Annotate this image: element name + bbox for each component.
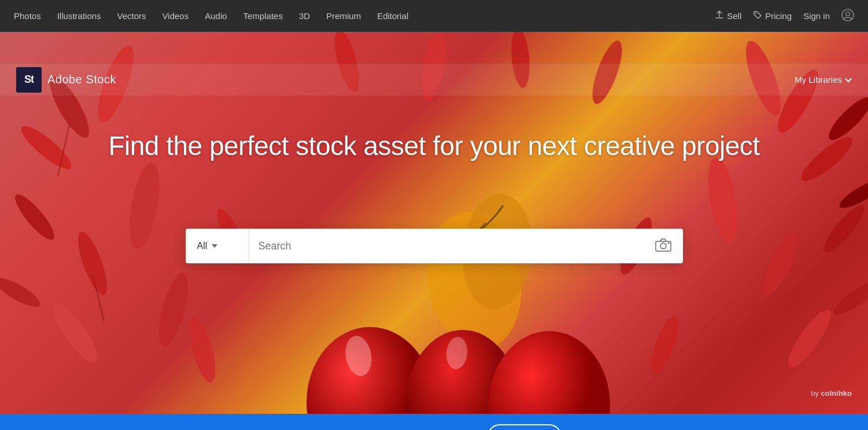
search-bar: All	[186, 229, 683, 263]
hero-section: St Adobe Stock My Libraries Find the per…	[0, 32, 868, 414]
svg-point-2	[846, 12, 850, 16]
bottom-banner: Get 10 free Adobe Stock images. Start no…	[0, 414, 868, 430]
svg-point-40	[660, 243, 666, 249]
visual-search-button[interactable]	[644, 238, 683, 254]
upload-icon	[715, 10, 724, 21]
top-nav-right-links: Sell Pricing Sign in	[715, 9, 854, 23]
top-navigation: Photos Illustrations Vectors Videos Audi…	[0, 0, 868, 32]
profile-icon-link[interactable]	[841, 9, 854, 23]
nav-vectors[interactable]: Vectors	[117, 11, 146, 21]
logo-initials: St	[24, 73, 34, 86]
camera-icon	[655, 238, 671, 254]
nav-3d[interactable]: 3D	[299, 11, 310, 21]
nav-premium[interactable]: Premium	[326, 11, 361, 21]
chevron-down-icon	[845, 75, 852, 84]
logo-area[interactable]: St Adobe Stock	[16, 67, 116, 93]
my-libraries-button[interactable]: My Libraries	[795, 75, 852, 84]
search-input-wrap	[249, 240, 644, 252]
pricing-link[interactable]: Pricing	[753, 10, 792, 21]
nav-audio[interactable]: Audio	[205, 11, 227, 21]
nav-templates[interactable]: Templates	[243, 11, 283, 21]
category-chevron-icon	[212, 244, 217, 248]
svg-point-41	[667, 242, 669, 244]
top-nav-links: Photos Illustrations Vectors Videos Audi…	[14, 11, 408, 21]
signin-link[interactable]: Sign in	[803, 11, 830, 21]
tag-icon	[753, 10, 762, 21]
nav-photos[interactable]: Photos	[14, 11, 41, 21]
search-input[interactable]	[258, 240, 634, 252]
sell-link[interactable]: Sell	[715, 10, 741, 21]
svg-point-0	[755, 13, 756, 14]
nav-editorial[interactable]: Editorial	[377, 11, 408, 21]
adobe-stock-logo-box: St	[16, 67, 42, 93]
start-now-button[interactable]: Start now	[487, 424, 562, 430]
adobe-stock-text: Adobe Stock	[47, 73, 116, 86]
nav-illustrations[interactable]: Illustrations	[57, 11, 101, 21]
category-label: All	[197, 241, 208, 251]
secondary-navigation: St Adobe Stock My Libraries	[0, 64, 868, 95]
hero-headline: Find the perfect stock asset for your ne…	[0, 130, 868, 162]
search-category-dropdown[interactable]: All	[186, 229, 249, 263]
search-bar-container: All	[186, 229, 683, 263]
nav-videos[interactable]: Videos	[162, 11, 189, 21]
photo-attribution: by colnihko	[811, 389, 852, 398]
profile-circle-icon	[841, 9, 854, 23]
